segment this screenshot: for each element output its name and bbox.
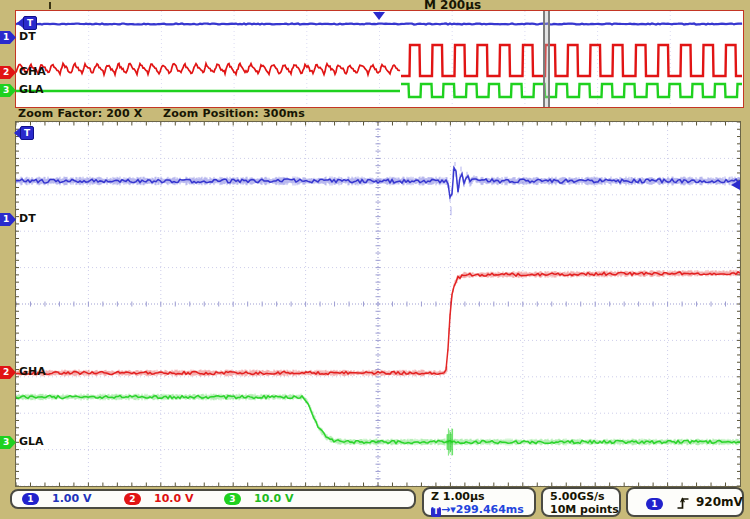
rising-edge-slope-icon <box>676 496 690 510</box>
trigger-position-icon[interactable] <box>373 12 385 20</box>
channel-scales-box[interactable]: 1 1.00 V 2 10.0 V 3 10.0 V <box>10 489 416 509</box>
arrow-right-icon: → <box>441 503 450 516</box>
trigger-t-icon: T <box>431 507 441 517</box>
channel-3-badge-main[interactable]: 3 <box>0 436 16 449</box>
zoom-scale-readout: Z 1.00µs <box>431 490 534 503</box>
trigger-level-arrow-icon[interactable] <box>731 180 740 190</box>
zoom-window-indicator[interactable] <box>543 11 550 107</box>
zoom-info-bar: Zoom Factor: 200 X Zoom Position: 300ms <box>15 107 744 121</box>
trigger-box[interactable]: 1 920mV <box>626 487 744 517</box>
trigger-t-icon: T <box>20 126 34 140</box>
channel-1-scale: 1.00 V <box>52 491 91 506</box>
channel-1-badge-overview[interactable]: 1 <box>0 31 16 44</box>
channel-2-badge-overview[interactable]: 2 <box>0 66 16 79</box>
zoom-delay-value: 299.464ms <box>456 503 524 516</box>
channel-2-pill[interactable]: 2 <box>124 493 141 505</box>
main-waveform-plot <box>16 122 740 486</box>
zoom-position-label: Zoom Position: 300ms <box>163 107 305 120</box>
channel-2-label-overview: GHA <box>19 65 46 78</box>
overview-waveform-plot <box>16 11 743 107</box>
record-length-readout: 10M points <box>550 503 619 516</box>
zoom-delay-readout: T→▾299.464ms <box>431 503 534 517</box>
channel-2-label-main: GHA <box>19 365 46 378</box>
main-trigger-marker[interactable]: T <box>14 126 34 140</box>
channel-3-label-overview: GLA <box>19 83 44 96</box>
main-graticule: T <box>15 121 741 487</box>
zoom-timebase-box[interactable]: Z 1.00µs T→▾299.464ms <box>422 487 536 517</box>
channel-1-label-main: DT <box>19 212 36 225</box>
trigger-source-pill: 1 <box>646 498 663 510</box>
oscilloscope-screen: { "colors": { "background": "#c8ba79", "… <box>0 0 750 519</box>
acquisition-box[interactable]: 5.00GS/s 10M points <box>541 487 621 517</box>
trigger-t-icon: T <box>23 16 37 30</box>
trigger-level-readout: 920mV <box>696 495 743 510</box>
zoom-factor-label: Zoom Factor: 200 X <box>18 107 143 120</box>
overview-trigger-marker[interactable]: T <box>17 16 37 30</box>
channel-1-badge-main[interactable]: 1 <box>0 213 16 226</box>
channel-1-label-overview: DT <box>19 30 36 43</box>
channel-3-badge-overview[interactable]: 3 <box>0 84 16 97</box>
channel-3-pill[interactable]: 3 <box>224 493 241 505</box>
channel-3-scale: 10.0 V <box>254 491 293 506</box>
channel-2-scale: 10.0 V <box>154 491 193 506</box>
channel-2-badge-main[interactable]: 2 <box>0 366 16 379</box>
channel-1-pill[interactable]: 1 <box>22 493 39 505</box>
overview-window: T <box>15 10 744 108</box>
sample-rate-readout: 5.00GS/s <box>550 490 619 503</box>
channel-3-label-main: GLA <box>19 435 44 448</box>
record-view-tick <box>49 2 51 9</box>
